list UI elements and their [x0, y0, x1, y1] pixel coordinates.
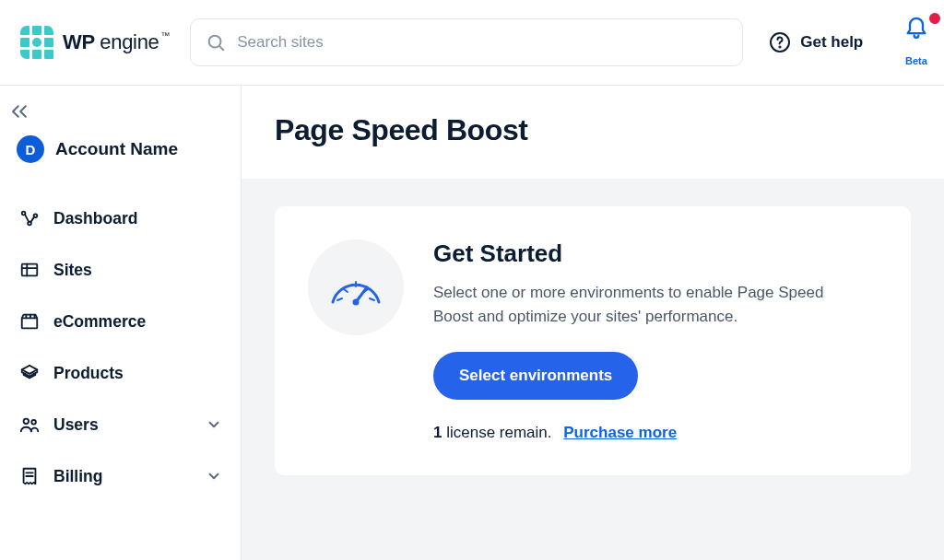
card-description: Select one or more environments to enabl…	[433, 281, 857, 328]
svg-line-18	[337, 298, 342, 300]
get-started-card: Get Started Select one or more environme…	[275, 206, 911, 475]
brand-text: WP engine™	[63, 30, 170, 54]
users-icon	[18, 414, 41, 436]
account-switcher[interactable]: D Account Name	[9, 126, 231, 180]
page-body: Get Started Select one or more environme…	[242, 179, 944, 560]
products-icon	[18, 362, 41, 384]
sidebar: D Account Name Dashboard Sites	[0, 86, 242, 560]
brand-engine: engine	[100, 30, 159, 53]
search-box[interactable]	[190, 18, 743, 66]
page-title: Page Speed Boost	[275, 113, 911, 147]
license-text: license remain.	[442, 424, 551, 441]
sidebar-item-dashboard[interactable]: Dashboard	[9, 192, 231, 244]
ecommerce-icon	[18, 310, 41, 332]
help-label: Get help	[800, 33, 863, 52]
beta-badge: Beta	[905, 55, 927, 66]
gauge-icon	[327, 267, 384, 308]
svg-rect-7	[22, 264, 38, 276]
svg-point-23	[353, 299, 360, 306]
sidebar-item-sites[interactable]: Sites	[9, 244, 231, 296]
sidebar-item-billing[interactable]: Billing	[9, 450, 231, 502]
search-container	[190, 18, 743, 66]
sidebar-collapse-button[interactable]	[9, 99, 231, 126]
sidebar-item-label: Sites	[53, 261, 92, 280]
svg-point-3	[780, 46, 781, 47]
sidebar-item-label: Products	[53, 364, 124, 383]
sidebar-item-label: Billing	[53, 467, 102, 486]
chevrons-left-icon	[9, 102, 220, 121]
notifications-button[interactable]: Beta	[903, 13, 940, 68]
main-content: Page Speed Boost	[242, 86, 944, 560]
svg-line-19	[344, 289, 348, 292]
notification-dot-icon	[929, 13, 940, 24]
sidebar-nav: Dashboard Sites eCommerce Products	[9, 192, 231, 502]
svg-line-1	[219, 46, 223, 50]
dashboard-icon	[18, 207, 41, 229]
help-icon	[769, 31, 791, 53]
brand-wp: WP	[63, 30, 94, 53]
gauge-illustration	[308, 239, 404, 335]
sidebar-item-ecommerce[interactable]: eCommerce	[9, 296, 231, 347]
sidebar-item-users[interactable]: Users	[9, 399, 231, 450]
logo-mark-icon	[20, 26, 53, 59]
app-body: D Account Name Dashboard Sites	[0, 86, 944, 560]
sidebar-item-label: eCommerce	[53, 312, 146, 332]
page-header: Page Speed Boost	[242, 86, 944, 179]
select-environments-button[interactable]: Select environments	[433, 352, 638, 400]
purchase-more-link[interactable]: Purchase more	[563, 424, 677, 441]
brand-logo[interactable]: WP engine™	[20, 26, 170, 59]
sites-icon	[18, 259, 41, 281]
get-help-link[interactable]: Get help	[769, 31, 863, 53]
card-body: Get Started Select one or more environme…	[433, 239, 857, 442]
svg-rect-10	[22, 318, 38, 328]
account-name-label: Account Name	[55, 139, 178, 159]
chevron-down-icon	[206, 416, 222, 433]
sidebar-item-label: Users	[53, 415, 99, 435]
sidebar-item-products[interactable]: Products	[9, 347, 231, 399]
chevron-down-icon	[206, 468, 222, 484]
search-icon	[206, 32, 226, 52]
svg-point-14	[24, 419, 29, 425]
search-input[interactable]	[237, 33, 727, 52]
card-heading: Get Started	[433, 239, 857, 268]
svg-line-22	[370, 298, 374, 300]
account-initial: D	[26, 142, 36, 158]
account-avatar: D	[17, 135, 44, 163]
svg-point-15	[31, 420, 36, 425]
billing-icon	[18, 465, 41, 487]
license-status: 1 license remain. Purchase more	[433, 424, 857, 442]
app-header: WP engine™ Get help Beta	[0, 0, 944, 86]
sidebar-item-label: Dashboard	[53, 209, 137, 228]
